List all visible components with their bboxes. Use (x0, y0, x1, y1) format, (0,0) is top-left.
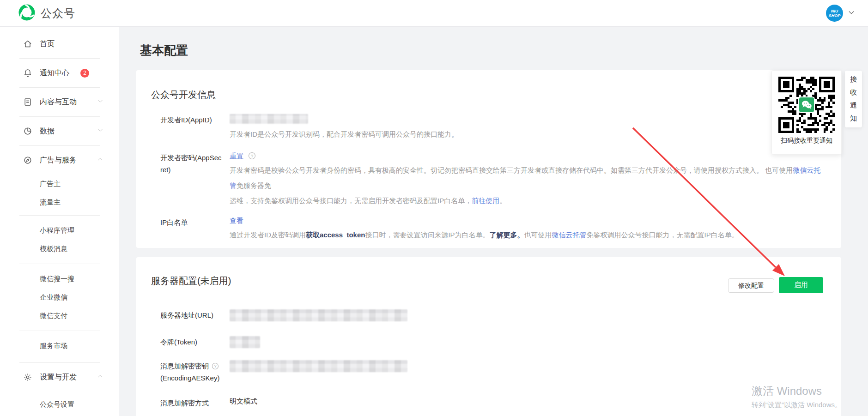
sidebar-item-label: 公众号设置 (40, 400, 74, 409)
desc-text: 。 (499, 197, 506, 205)
appid-label: 开发者ID(AppID) (160, 114, 230, 142)
sidebar-item-label: 服务市场 (40, 342, 67, 350)
receive-notifications-tab[interactable]: 接 收 通 知 (845, 71, 862, 127)
sidebar-item-label: 微信支付 (40, 312, 67, 320)
divider (19, 331, 100, 331)
qr-caption: 扫码接收重要通知 (781, 137, 832, 145)
sidebar-item-settings-development[interactable]: 设置与开发 (0, 363, 119, 392)
go-to-use-link[interactable]: 前往使用 (472, 197, 499, 205)
sidebar-item-template-message[interactable]: 模板消息 (0, 240, 119, 258)
bell-icon (23, 68, 32, 78)
desc-text: 通过开发者ID及密码调用 (230, 231, 306, 239)
sidebar-item-wechat-search[interactable]: 微信搜一搜 (0, 270, 119, 288)
appsecret-description: 开发者密码是校验公众号开发者身份的密码，具有极高的安全性。切记勿把密码直接交给第… (230, 163, 823, 208)
avatar-text: NIU (831, 9, 838, 13)
avatar-text: SHOP (829, 13, 841, 18)
account-menu[interactable]: NIU SHOP (826, 5, 855, 22)
appsecret-label: 开发者密码(AppSec ret) (160, 152, 230, 208)
desc-text: 开发者密码是校验公众号开发者身份的密码，具有极高的安全性。切记勿把密码直接交给第… (230, 166, 793, 174)
compass-icon (23, 156, 32, 165)
gear-icon (23, 373, 32, 382)
brand-title: 公众号 (41, 6, 75, 21)
desc-text: 免服务器免 (237, 181, 271, 189)
ip-whitelist-description: 通过开发者ID及密码调用获取access_token接口时，需要设置访问来源IP… (230, 227, 823, 242)
appid-row: 开发者ID(AppID) 开发者ID是公众号开发识别码，配合开发者密码可调用公众… (151, 114, 823, 142)
appsecret-row: 开发者密码(AppSec ret) 重置 ? 开发者密码是校验公众号开发者身份的… (151, 152, 823, 208)
developer-info-card: 公众号开发信息 开发者ID(AppID) 开发者ID是公众号开发识别码，配合开发… (136, 70, 841, 248)
sidebar-item-enterprise-wechat[interactable]: 企业微信 (0, 288, 119, 307)
sidebar-item-ads-services[interactable]: 广告与服务 (0, 146, 119, 175)
view-ip-whitelist-link[interactable]: 查看 (230, 217, 243, 224)
card-heading: 公众号开发信息 (151, 89, 823, 101)
avatar[interactable]: NIU SHOP (826, 5, 843, 22)
main-content: 基本配置 公众号开发信息 开发者ID(AppID) 开发者ID是公众号开发识别码… (119, 27, 868, 416)
desc-text: 运维，支持免鉴权调用公众号接口能力，无需启用开发者密码及配置IP白名单， (230, 197, 472, 205)
desc-text: 也可使用 (524, 231, 552, 239)
sidebar-item-label: 通知中心 (40, 68, 69, 78)
modify-config-button[interactable]: 修改配置 (728, 278, 774, 293)
sidebar-item-traffic-owner[interactable]: 流量主 (0, 193, 119, 211)
desc-text-strong: 获取access_token (306, 231, 365, 239)
server-url-row: 服务器地址(URL) (151, 309, 823, 321)
wechat-cloud-hosting-link[interactable]: 微信云托管 (552, 231, 587, 239)
sidebar-item-notification-center[interactable]: 通知中心 2 (0, 59, 119, 87)
help-icon[interactable]: ? (212, 362, 219, 370)
sidebar: 首页 通知中心 2 内容与互动 数据 广告与服务 广告主 流量主 (0, 27, 119, 416)
document-icon (23, 97, 32, 107)
sidebar-item-service-market[interactable]: 服务市场 (0, 337, 119, 355)
desc-text: 接口时，需要设置访问来源IP为白名单。 (365, 231, 489, 239)
server-url-label: 服务器地址(URL) (160, 309, 230, 321)
sidebar-item-label: 广告主 (40, 180, 61, 188)
divider (19, 264, 100, 264)
tab-char: 通 (850, 101, 857, 110)
learn-more-link[interactable]: 了解更多。 (490, 231, 524, 239)
qr-notification-panel: 扫码接收重要通知 (771, 70, 842, 155)
appsecret-label-line1: 开发者密码(AppSec (160, 152, 230, 164)
sidebar-item-label: 首页 (40, 39, 55, 49)
chevron-down-icon[interactable] (848, 9, 855, 18)
help-icon[interactable]: ? (248, 152, 256, 160)
token-row: 令牌(Token) (151, 336, 823, 348)
chevron-up-icon[interactable] (97, 156, 103, 164)
encrypt-method-value: 明文模式 (230, 397, 823, 409)
chevron-up-icon[interactable] (97, 373, 103, 381)
sidebar-item-wechat-pay[interactable]: 微信支付 (0, 307, 119, 325)
pie-chart-icon (23, 127, 32, 136)
sidebar-item-label: 数据 (40, 127, 55, 136)
chevron-down-icon[interactable] (97, 127, 103, 135)
aeskey-row: 消息加解密密钥? (EncodingAESKey) (151, 360, 823, 384)
enable-button[interactable]: 启用 (779, 277, 823, 293)
sidebar-item-label: 广告与服务 (40, 156, 77, 165)
sidebar-item-account-settings[interactable]: 公众号设置 (0, 395, 119, 414)
wechat-logo-icon (798, 96, 815, 113)
token-label: 令牌(Token) (160, 336, 230, 348)
encrypt-method-row: 消息加解密方式 明文模式 (151, 397, 823, 409)
appsecret-label-line2: ret) (160, 164, 230, 176)
appid-description: 开发者ID是公众号开发识别码，配合开发者密码可调用公众号的接口能力。 (230, 127, 823, 142)
top-bar: 公众号 NIU SHOP (0, 0, 868, 27)
server-url-value-redacted (230, 309, 407, 321)
server-config-card: 服务器配置(未启用) 修改配置 启用 服务器地址(URL) 令牌(Token) … (136, 257, 841, 416)
sidebar-item-home[interactable]: 首页 (0, 30, 119, 58)
aeskey-value-redacted (230, 360, 407, 372)
sidebar-item-content-interaction[interactable]: 内容与互动 (0, 88, 119, 116)
divider (19, 215, 100, 216)
sidebar-item-label: 模板消息 (40, 245, 67, 253)
page-title: 基本配置 (140, 42, 868, 59)
home-icon (23, 39, 32, 48)
sidebar-item-advertiser[interactable]: 广告主 (0, 175, 119, 193)
sidebar-item-label: 流量主 (40, 198, 61, 207)
sidebar-item-label: 内容与互动 (40, 97, 77, 107)
token-value-redacted (230, 336, 260, 348)
sidebar-item-label: 企业微信 (40, 293, 67, 302)
sidebar-item-data[interactable]: 数据 (0, 117, 119, 145)
sidebar-item-label: 设置与开发 (40, 373, 77, 382)
sidebar-item-miniprogram-management[interactable]: 小程序管理 (0, 221, 119, 240)
notification-badge: 2 (80, 69, 89, 78)
wechat-mp-logo-icon (18, 4, 35, 23)
reset-appsecret-link[interactable]: 重置 (230, 152, 243, 160)
tab-char: 知 (850, 114, 857, 123)
svg-text:?: ? (214, 364, 217, 368)
encrypt-method-label: 消息加解密方式 (160, 397, 230, 409)
chevron-down-icon[interactable] (97, 98, 103, 106)
